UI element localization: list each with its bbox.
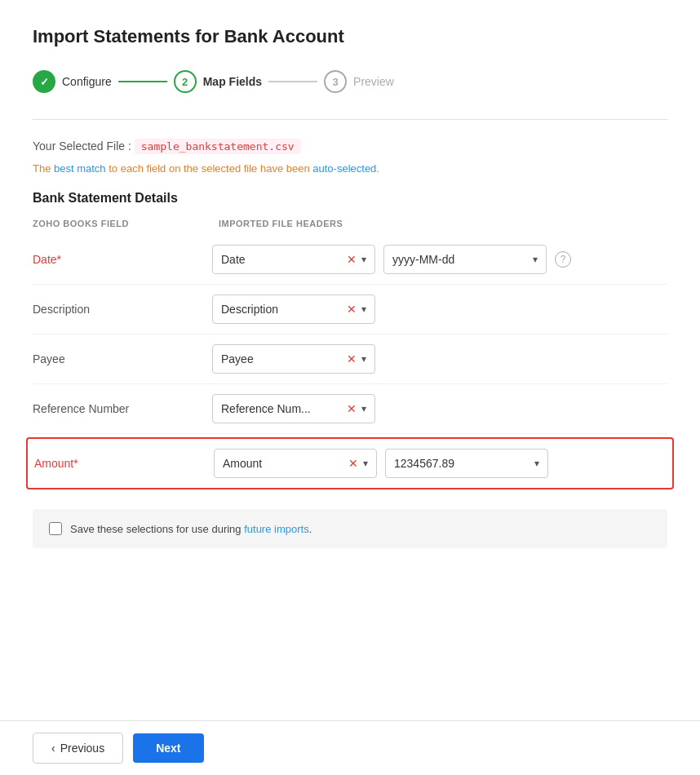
- save-label[interactable]: Save these selections for use during fut…: [70, 523, 312, 535]
- field-row-reference-number: Reference Number Reference Num... ✕ ▾: [33, 384, 667, 434]
- field-row-description: Description Description ✕ ▾: [33, 285, 667, 334]
- field-controls-payee: Payee ✕ ▾: [212, 344, 667, 374]
- field-label-amount: Amount*: [34, 457, 214, 470]
- connector-2: [268, 81, 317, 82]
- field-controls-date: Date ✕ ▾ yyyy-MM-dd ▾ ?: [212, 245, 667, 274]
- date-help-icon[interactable]: ?: [555, 251, 571, 268]
- col-header-zoho: ZOHO BOOKS FIELD: [33, 219, 212, 228]
- description-select-value: Description: [221, 303, 342, 316]
- auto-select-note: The best match to each field on the sele…: [33, 162, 667, 175]
- divider-top: [33, 119, 667, 120]
- reference-number-select[interactable]: Reference Num... ✕ ▾: [212, 394, 375, 423]
- payee-chevron-icon: ▾: [361, 353, 366, 365]
- field-label-payee: Payee: [33, 352, 212, 365]
- date-format-select[interactable]: yyyy-MM-dd ▾: [383, 245, 547, 274]
- future-imports-link[interactable]: future imports: [244, 523, 308, 535]
- date-select[interactable]: Date ✕ ▾: [212, 245, 375, 274]
- field-headers: ZOHO BOOKS FIELD IMPORTED FILE HEADERS: [33, 219, 667, 228]
- file-info-label: Your Selected File :: [33, 140, 131, 153]
- auto-note-end: .: [376, 162, 379, 175]
- field-row-amount: Amount* Amount ✕ ▾ 1234567.89 ▾: [26, 437, 674, 489]
- description-clear-icon[interactable]: ✕: [347, 303, 357, 316]
- step-preview: 3 Preview: [324, 70, 394, 93]
- col-header-imported: IMPORTED FILE HEADERS: [219, 219, 343, 228]
- connector-1: [118, 81, 167, 82]
- payee-select[interactable]: Payee ✕ ▾: [212, 344, 375, 374]
- amount-select-value: Amount: [223, 457, 343, 470]
- description-select[interactable]: Description ✕ ▾: [212, 294, 375, 324]
- section-title: Bank Statement Details: [33, 191, 667, 206]
- amount-clear-icon[interactable]: ✕: [348, 457, 358, 470]
- save-checkbox[interactable]: [49, 522, 62, 535]
- filename: sample_bankstatement.csv: [135, 139, 301, 154]
- amount-format-value: 1234567.89: [394, 457, 529, 470]
- step-label-map-fields: Map Fields: [203, 75, 262, 88]
- amount-chevron-icon: ▾: [363, 458, 368, 469]
- field-row-payee: Payee Payee ✕ ▾: [33, 334, 667, 384]
- page-title: Import Statements for Bank Account: [33, 26, 667, 47]
- amount-format-chevron-icon: ▾: [534, 458, 539, 469]
- stepper: ✓ Configure 2 Map Fields 3 Preview: [33, 70, 667, 93]
- reference-number-clear-icon[interactable]: ✕: [347, 402, 357, 415]
- save-section: Save these selections for use during fut…: [33, 509, 667, 548]
- reference-number-chevron-icon: ▾: [361, 403, 366, 414]
- previous-label: Previous: [60, 742, 104, 755]
- date-format-value: yyyy-MM-dd: [392, 253, 528, 266]
- auto-note-highlight2: auto-selected: [312, 162, 376, 175]
- step-circle-map-fields: 2: [174, 70, 197, 93]
- step-configure: ✓ Configure: [33, 70, 112, 93]
- auto-note-mid: to each field on the selected file have …: [106, 162, 313, 175]
- field-label-reference-number: Reference Number: [33, 402, 212, 415]
- date-format-chevron-icon: ▾: [533, 254, 538, 265]
- date-clear-icon[interactable]: ✕: [347, 253, 357, 266]
- step-circle-preview: 3: [324, 70, 347, 93]
- auto-note-highlight1: best match: [54, 162, 106, 175]
- amount-select[interactable]: Amount ✕ ▾: [214, 449, 377, 478]
- auto-note-start: The: [33, 162, 54, 175]
- bottom-bar: ‹ Previous Next: [0, 720, 700, 775]
- payee-clear-icon[interactable]: ✕: [347, 352, 357, 365]
- file-info: Your Selected File : sample_bankstatemen…: [33, 140, 667, 153]
- field-row-date: Date* Date ✕ ▾ yyyy-MM-dd ▾ ?: [33, 235, 667, 285]
- step-map-fields: 2 Map Fields: [174, 70, 262, 93]
- payee-select-value: Payee: [221, 352, 342, 365]
- field-label-description: Description: [33, 303, 212, 316]
- field-controls-reference-number: Reference Num... ✕ ▾: [212, 394, 667, 423]
- amount-format-select[interactable]: 1234567.89 ▾: [385, 449, 548, 478]
- step-circle-configure: ✓: [33, 70, 55, 93]
- next-button[interactable]: Next: [133, 733, 203, 763]
- step-label-preview: Preview: [353, 75, 394, 88]
- description-chevron-icon: ▾: [361, 303, 366, 315]
- previous-icon: ‹: [51, 742, 55, 755]
- field-label-date: Date*: [33, 253, 212, 266]
- next-label: Next: [156, 742, 180, 755]
- save-label-end: .: [309, 523, 312, 535]
- reference-number-select-value: Reference Num...: [221, 402, 342, 415]
- field-controls-amount: Amount ✕ ▾ 1234567.89 ▾: [214, 449, 666, 478]
- date-chevron-icon: ▾: [361, 254, 366, 265]
- previous-button[interactable]: ‹ Previous: [33, 733, 123, 764]
- step-label-configure: Configure: [62, 75, 112, 88]
- date-select-value: Date: [221, 253, 342, 266]
- field-controls-description: Description ✕ ▾: [212, 294, 667, 324]
- save-label-start: Save these selections for use during: [70, 523, 244, 535]
